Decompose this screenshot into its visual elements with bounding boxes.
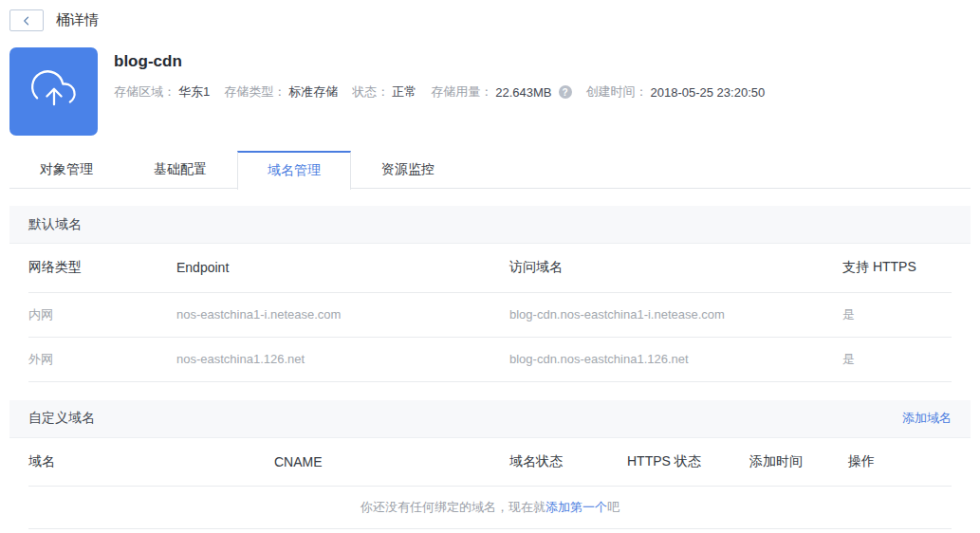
tab-resource-monitor[interactable]: 资源监控 bbox=[351, 151, 465, 188]
custom-domains-table: 域名 CNAME 域名状态 HTTPS 状态 添加时间 操作 bbox=[28, 438, 952, 487]
table-header-row: 网络类型 Endpoint 访问域名 支持 HTTPS bbox=[28, 244, 952, 292]
custom-domains-section-header: 自定义域名 添加域名 bbox=[9, 400, 971, 438]
empty-state: 你还没有任何绑定的域名，现在就添加第一个吧 bbox=[28, 487, 952, 529]
col-access-domain: 访问域名 bbox=[509, 244, 842, 292]
add-domain-link[interactable]: 添加域名 bbox=[902, 410, 952, 427]
tab-domain-management[interactable]: 域名管理 bbox=[237, 151, 351, 190]
bucket-header: blog-cdn 存储区域： 华东1 存储类型： 标准存储 状态： 正常 存储用… bbox=[9, 47, 971, 136]
back-button[interactable] bbox=[9, 9, 44, 31]
col-domain: 域名 bbox=[28, 438, 274, 487]
add-first-domain-link[interactable]: 添加第一个 bbox=[545, 499, 607, 516]
col-https-status: HTTPS 状态 bbox=[627, 438, 749, 487]
help-icon[interactable]: ? bbox=[559, 85, 572, 99]
bucket-name: blog-cdn bbox=[114, 52, 765, 71]
cloud-upload-icon bbox=[29, 65, 79, 119]
meta-storage-type: 存储类型： 标准存储 bbox=[224, 83, 338, 101]
custom-domains-table-wrap: 域名 CNAME 域名状态 HTTPS 状态 添加时间 操作 你还没有任何绑定的… bbox=[9, 438, 971, 530]
meta-storage-usage: 存储用量： 22.643MB ? bbox=[431, 83, 571, 101]
bucket-detail-page: 桶详情 blog-cdn 存储区域： 华东1 存储类型： 标 bbox=[0, 0, 980, 533]
default-domains-table-wrap: 网络类型 Endpoint 访问域名 支持 HTTPS 内网 nos-eastc… bbox=[9, 244, 971, 382]
table-header-row: 域名 CNAME 域名状态 HTTPS 状态 添加时间 操作 bbox=[28, 438, 952, 487]
page-title: 桶详情 bbox=[56, 11, 99, 29]
col-https-support: 支持 HTTPS bbox=[842, 244, 952, 292]
tab-basic-config[interactable]: 基础配置 bbox=[123, 151, 237, 188]
meta-status: 状态： 正常 bbox=[352, 83, 416, 101]
col-cname: CNAME bbox=[274, 438, 509, 487]
meta-created-time: 创建时间： 2018-05-25 23:20:50 bbox=[586, 83, 766, 101]
table-row: 内网 nos-eastchina1-i.netease.com blog-cdn… bbox=[28, 292, 952, 337]
tab-bar: 对象管理 基础配置 域名管理 资源监控 bbox=[9, 151, 971, 189]
tab-object-management[interactable]: 对象管理 bbox=[9, 151, 123, 188]
table-row: 外网 nos-eastchina1.126.net blog-cdn.nos-e… bbox=[28, 337, 952, 381]
bucket-icon bbox=[9, 47, 98, 136]
col-added-time: 添加时间 bbox=[749, 438, 848, 487]
default-domains-table: 网络类型 Endpoint 访问域名 支持 HTTPS 内网 nos-eastc… bbox=[28, 244, 952, 382]
col-network-type: 网络类型 bbox=[28, 244, 176, 292]
custom-domains-title: 自定义域名 bbox=[28, 410, 95, 427]
chevron-left-icon bbox=[21, 15, 32, 27]
bucket-meta: 存储区域： 华东1 存储类型： 标准存储 状态： 正常 存储用量： 22.643… bbox=[114, 83, 765, 101]
topbar: 桶详情 bbox=[0, 0, 980, 31]
col-domain-status: 域名状态 bbox=[509, 438, 627, 487]
default-domains-title: 默认域名 bbox=[28, 216, 82, 233]
meta-storage-region: 存储区域： 华东1 bbox=[114, 83, 210, 101]
col-actions: 操作 bbox=[848, 438, 952, 487]
default-domains-section-header: 默认域名 bbox=[9, 206, 971, 244]
bucket-info: blog-cdn 存储区域： 华东1 存储类型： 标准存储 状态： 正常 存储用… bbox=[114, 47, 765, 136]
empty-text-prefix: 你还没有任何绑定的域名，现在就 bbox=[361, 499, 545, 516]
col-endpoint: Endpoint bbox=[176, 244, 509, 292]
empty-text-suffix: 吧 bbox=[607, 499, 619, 516]
